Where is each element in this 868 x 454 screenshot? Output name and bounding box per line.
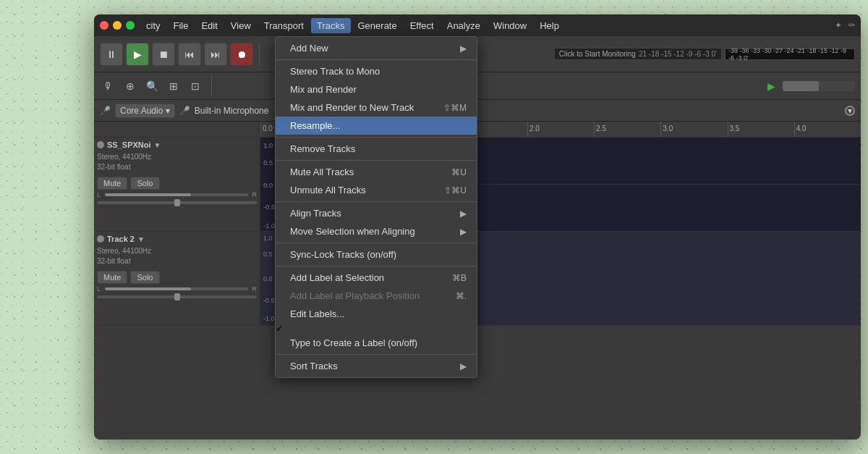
- unmute-all-shortcut: ⇧⌘U: [444, 185, 467, 196]
- app-window: city File Edit View Transport Tracks Gen…: [94, 14, 861, 440]
- track-dropdown-1[interactable]: ▼: [154, 141, 161, 149]
- divider-3: [276, 160, 477, 161]
- skip-forward-button[interactable]: ⏭: [204, 43, 227, 66]
- ruler-tick-8: 4.0: [794, 122, 861, 137]
- track-row-2: Track 2 ▼ Stereo, 44100Hz 32-bit float M…: [94, 232, 861, 326]
- menu-item-mute-all[interactable]: Mute All Tracks ⌘U: [276, 163, 477, 181]
- tracks-dropdown-menu: Add New ▶ Stereo Track to Mono Mix and R…: [275, 36, 477, 378]
- menu-item-sync-lock[interactable]: Sync-Lock Tracks (on/off): [276, 245, 477, 264]
- divider-5: [276, 243, 477, 243]
- menu-item-mix-render[interactable]: Mix and Render: [276, 80, 477, 98]
- stop-button[interactable]: ⏹: [152, 43, 175, 66]
- tool3-icon[interactable]: ⊞: [165, 77, 182, 95]
- menu-item-type-label-wrap: ✓ Type to Create a Label (on/off): [276, 323, 477, 352]
- track-info2-1: 32-bit float: [97, 162, 257, 172]
- playback-slider[interactable]: [783, 81, 855, 91]
- ruler-tick-7: 3.5: [728, 122, 794, 137]
- toolbar-divider-1: [259, 43, 260, 65]
- menu-edit[interactable]: Edit: [195, 18, 223, 33]
- ruler-row: 0.0 0.5 1.0 1.5 2.0 2.5 3.0 3.5 4.0: [94, 122, 861, 138]
- maximize-button[interactable]: [126, 21, 135, 30]
- divider-4: [276, 201, 477, 202]
- menu-item-unmute-all[interactable]: Unmute All Tracks ⇧⌘U: [276, 181, 477, 199]
- solo-button-1[interactable]: Solo: [130, 177, 159, 190]
- ruler-tick-6: 3.0: [660, 122, 727, 137]
- traffic-lights: [100, 21, 135, 30]
- track-name-row-1: SS_SPXNoi ▼: [97, 140, 257, 149]
- device-bar: 🎤 Core Audio ▾ 🎤 Built-in Microphone ▾: [94, 100, 861, 122]
- scale-neg-1-2: -1.0: [263, 315, 275, 322]
- pan-slider-1[interactable]: [97, 201, 257, 204]
- tool2-icon[interactable]: 🔍: [143, 77, 161, 95]
- sort-tracks-arrow: ▶: [460, 361, 467, 371]
- audio-device-select[interactable]: Core Audio ▾: [115, 104, 175, 118]
- pan-slider-2[interactable]: [97, 295, 257, 298]
- scale-0-5-2: 0.5: [263, 251, 273, 258]
- align-tracks-arrow: ▶: [460, 209, 467, 219]
- menu-item-resample[interactable]: Resample...: [276, 117, 477, 135]
- divider-2: [276, 137, 477, 138]
- track-close-1[interactable]: [97, 141, 104, 148]
- menu-item-sort-tracks[interactable]: Sort Tracks ▶: [276, 357, 477, 375]
- menu-bar-right: ✦ ⚰: [835, 20, 855, 30]
- ruler-tick-5: 2.5: [594, 122, 660, 137]
- monitoring-levels: 21 -18 -15 -12 -9 -6 -3 0': [639, 50, 717, 58]
- record-button[interactable]: ⏺: [230, 43, 253, 66]
- menu-item-add-new[interactable]: Add New ▶: [276, 39, 477, 57]
- monitoring-display: Click to Start Monitoring 21 -18 -15 -12…: [554, 48, 722, 60]
- menu-analyze[interactable]: Analyze: [441, 18, 486, 33]
- mute-button-1[interactable]: Mute: [97, 177, 127, 190]
- menu-item-add-label[interactable]: Add Label at Selection ⌘B: [276, 269, 477, 287]
- ruler-tick-4: 2.0: [527, 122, 594, 137]
- menu-file[interactable]: File: [168, 18, 195, 33]
- mic-icon[interactable]: 🎙: [100, 77, 117, 95]
- add-new-arrow: ▶: [460, 43, 467, 54]
- play-button[interactable]: ▶: [126, 43, 149, 66]
- menu-tracks[interactable]: Tracks: [311, 18, 351, 33]
- menu-help[interactable]: Help: [534, 18, 565, 33]
- play-right-icon[interactable]: ▶: [762, 77, 780, 95]
- pause-button[interactable]: ⏸: [100, 43, 123, 66]
- volume-slider-2[interactable]: L R: [97, 285, 257, 293]
- close-button[interactable]: [100, 21, 109, 30]
- track-close-2[interactable]: [97, 235, 104, 243]
- track-buttons-2: Mute Solo: [97, 271, 257, 284]
- menu-window[interactable]: Window: [488, 18, 532, 33]
- mic-icon2: 🎤: [179, 106, 190, 116]
- scale-neg-0-5-2: -0.5: [263, 297, 275, 304]
- volume-slider-1[interactable]: L R: [97, 191, 257, 198]
- menu-generate[interactable]: Generate: [352, 18, 403, 33]
- mute-button-2[interactable]: Mute: [97, 271, 127, 284]
- menu-item-stereo-mono[interactable]: Stereo Track to Mono: [276, 62, 477, 80]
- tool4-icon[interactable]: ⊡: [187, 77, 204, 95]
- track-controls-1: SS_SPXNoi ▼ Stereo, 44100Hz 32-bit float…: [94, 138, 260, 231]
- menu-item-remove-tracks[interactable]: Remove Tracks: [276, 140, 477, 158]
- type-label-checkmark: ✓: [276, 323, 284, 334]
- track-info-2: Stereo, 44100Hz 32-bit float: [97, 246, 257, 266]
- ruler-label-spacer: [94, 122, 260, 137]
- minimize-button[interactable]: [113, 21, 122, 30]
- menu-transport[interactable]: Transport: [258, 18, 310, 33]
- menu-item-type-label[interactable]: Type to Create a Label (on/off): [276, 334, 477, 352]
- device-options-icon[interactable]: ▾: [845, 106, 855, 116]
- mic-small-icon: 🎤: [100, 106, 111, 116]
- track-dropdown-2[interactable]: ▼: [137, 235, 145, 243]
- device-name: Built-in Microphone: [195, 106, 269, 116]
- divider-1: [276, 59, 477, 60]
- menu-item-edit-labels[interactable]: Edit Labels...: [276, 305, 477, 323]
- add-label-shortcut: ⌘B: [452, 273, 467, 283]
- menu-bar-items: city File Edit View Transport Tracks Gen…: [140, 18, 835, 33]
- skip-back-button[interactable]: ⏮: [178, 43, 201, 66]
- scale-1-2: 1.0: [263, 235, 273, 242]
- menu-app-name[interactable]: city: [140, 18, 166, 33]
- tool1-icon[interactable]: ⊕: [122, 77, 139, 95]
- solo-button-2[interactable]: Solo: [130, 271, 159, 284]
- menu-effect[interactable]: Effect: [404, 18, 440, 33]
- track-content: 0.0 0.5 1.0 1.5 2.0 2.5 3.0 3.5 4.0: [94, 122, 861, 440]
- menu-item-align-tracks[interactable]: Align Tracks ▶: [276, 204, 477, 222]
- move-selection-arrow: ▶: [460, 227, 467, 237]
- menu-bar: city File Edit View Transport Tracks Gen…: [94, 14, 861, 36]
- menu-item-mix-render-new[interactable]: Mix and Render to New Track ⇧⌘M: [276, 98, 477, 117]
- menu-item-move-selection[interactable]: Move Selection when Aligning ▶: [276, 222, 477, 240]
- menu-view[interactable]: View: [225, 18, 257, 33]
